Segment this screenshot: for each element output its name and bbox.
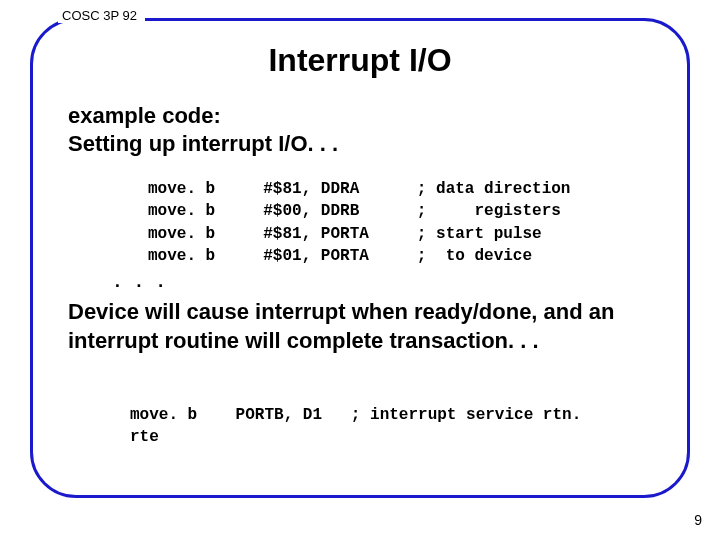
code-block-setup: move. b #$81, DDRA ; data direction move…: [148, 178, 570, 268]
code-line: move. b PORTB, D1 ; interrupt service rt…: [130, 406, 581, 424]
code-line: move. b #$81, DDRA ; data direction: [148, 180, 570, 198]
subtitle-line-1: example code:: [68, 103, 221, 128]
paragraph: Device will cause interrupt when ready/d…: [68, 298, 658, 355]
page-number: 9: [694, 512, 702, 528]
course-tag: COSC 3P 92: [58, 8, 145, 23]
slide-title: Interrupt I/O: [0, 42, 720, 79]
code-block-isr: move. b PORTB, D1 ; interrupt service rt…: [130, 404, 581, 449]
subtitle: example code: Setting up interrupt I/O. …: [68, 102, 338, 157]
subtitle-line-2: Setting up interrupt I/O. . .: [68, 131, 338, 156]
code-line: rte: [130, 428, 159, 446]
code-line: move. b #$81, PORTA ; start pulse: [148, 225, 542, 243]
code-line: move. b #$00, DDRB ; registers: [148, 202, 561, 220]
slide: COSC 3P 92 Interrupt I/O example code: S…: [0, 0, 720, 540]
code-line: move. b #$01, PORTA ; to device: [148, 247, 532, 265]
ellipsis: . . .: [112, 272, 166, 292]
